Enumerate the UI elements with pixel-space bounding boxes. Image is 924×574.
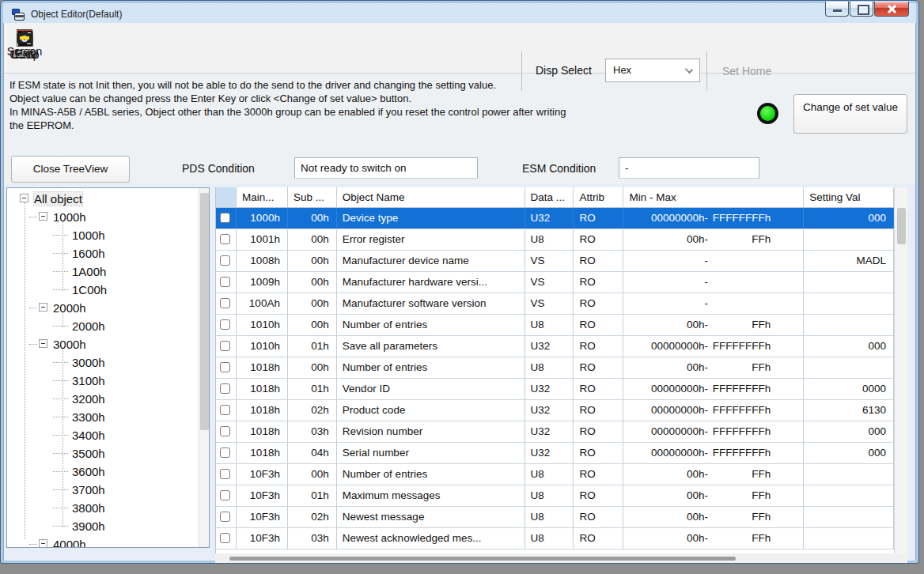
table-hscrollbar-thumb[interactable] <box>229 557 736 561</box>
table-row-manufacturer-software-version[interactable]: 100Ah 00h Manufacturer software version … <box>216 293 894 315</box>
table-row-vendor-id[interactable]: 1018h 01h Vendor ID U32 RO 00000000h- FF… <box>216 379 894 400</box>
tree-item-1000h[interactable]: 1000h <box>7 208 197 226</box>
row-checkbox[interactable] <box>220 341 230 351</box>
tree-item-1000h[interactable]: 1000h <box>7 226 197 244</box>
table-row-newest-message[interactable]: 10F3h 02h Newest message U8 RO 00h- FFh <box>216 507 894 528</box>
table-vertical-scrollbar[interactable] <box>894 187 907 553</box>
title-bar[interactable]: Object Editor(Default) <box>4 3 827 22</box>
cell-setting-value[interactable] <box>804 528 894 549</box>
minimize-button[interactable] <box>825 2 849 17</box>
table-horizontal-scrollbar[interactable] <box>215 553 907 563</box>
cell-setting-value[interactable]: MADL <box>804 251 894 271</box>
row-checkbox[interactable] <box>220 512 230 522</box>
cell-setting-value[interactable]: 000 <box>804 208 894 228</box>
table-row-number-of-entries[interactable]: 10F3h 00h Number of entries U8 RO 00h- F… <box>216 464 894 485</box>
header-attrib[interactable]: Attrib <box>574 187 623 207</box>
table-row-number-of-entries[interactable]: 1010h 00h Number of entries U8 RO 00h- F… <box>216 315 894 336</box>
cell-sub-index: 00h <box>288 293 337 314</box>
row-checkbox[interactable] <box>220 255 230 266</box>
table-row-revision-number[interactable]: 1018h 03h Revision number U32 RO 0000000… <box>216 421 894 443</box>
cell-setting-value[interactable] <box>804 272 894 293</box>
tree-expand-minus-icon[interactable] <box>39 339 47 348</box>
row-checkbox[interactable] <box>220 447 230 458</box>
cell-setting-value[interactable]: 000 <box>804 336 894 357</box>
close-button[interactable] <box>874 2 909 17</box>
tree-vertical-scrollbar[interactable] <box>199 188 209 547</box>
tree-item-3700h[interactable]: 3700h <box>7 481 197 499</box>
min-value: 00h- <box>623 485 708 506</box>
pds-condition-field[interactable] <box>294 157 478 179</box>
header-min-max[interactable]: Min - Max <box>623 187 804 207</box>
tree-item-3000h[interactable]: 3000h <box>7 335 197 353</box>
toolbar-button-screen[interactable]: Screen <box>4 29 45 69</box>
table-row-product-code[interactable]: 1018h 02h Product code U32 RO 00000000h-… <box>216 400 894 421</box>
table-row-newest-acknowledged-mes[interactable]: 10F3h 03h Newest acknowledged mes... U8 … <box>216 528 894 549</box>
cell-setting-value[interactable] <box>804 293 894 314</box>
row-checkbox[interactable] <box>220 469 230 479</box>
cell-data-type: U8 <box>525 315 574 335</box>
row-checkbox[interactable] <box>220 490 230 500</box>
cell-setting-value[interactable] <box>804 485 894 506</box>
tree-item-3500h[interactable]: 3500h <box>7 444 197 463</box>
row-checkbox[interactable] <box>220 277 230 287</box>
header-main-index[interactable]: Main... <box>237 187 288 207</box>
cell-setting-value[interactable] <box>804 464 894 485</box>
row-checkbox[interactable] <box>220 383 230 394</box>
change-of-set-value-button[interactable]: Change of set value <box>793 94 907 134</box>
tree-item-3300h[interactable]: 3300h <box>7 408 197 426</box>
cell-setting-value[interactable]: 000 <box>804 443 894 463</box>
row-checkbox[interactable] <box>220 298 230 308</box>
table-row-number-of-entries[interactable]: 1018h 00h Number of entries U8 RO 00h- F… <box>216 357 894 379</box>
row-checkbox[interactable] <box>220 405 230 415</box>
table-row-error-register[interactable]: 1001h 00h Error register U8 RO 00h- FFh <box>216 229 894 251</box>
tree-item-1a00h[interactable]: 1A00h <box>7 262 197 281</box>
row-checkbox[interactable] <box>220 234 230 244</box>
table-vscrollbar-thumb[interactable] <box>897 208 906 244</box>
cell-setting-value[interactable] <box>804 507 894 527</box>
header-data-type[interactable]: Data ... <box>525 187 574 207</box>
tree-item-3800h[interactable]: 3800h <box>7 499 197 517</box>
cell-setting-value[interactable] <box>804 229 894 250</box>
tree-expand-minus-icon[interactable] <box>39 303 47 312</box>
table-row-manufacturer-device-name[interactable]: 1008h 00h Manufacturer device name VS RO… <box>216 251 894 272</box>
tree-item-3200h[interactable]: 3200h <box>7 390 197 408</box>
table-row-serial-number[interactable]: 1018h 04h Serial number U32 RO 00000000h… <box>216 443 894 464</box>
tree-item-3900h[interactable]: 3900h <box>7 517 197 535</box>
row-checkbox-cell <box>216 229 237 250</box>
row-checkbox-cell <box>216 357 237 378</box>
restore-button[interactable] <box>850 2 873 17</box>
header-sub-index[interactable]: Sub ... <box>288 187 337 207</box>
row-checkbox[interactable] <box>220 426 230 436</box>
tree-item-3000h[interactable]: 3000h <box>7 353 197 372</box>
cell-setting-value[interactable]: 0000 <box>804 379 894 399</box>
esm-condition-field[interactable] <box>619 157 759 179</box>
tree-item-2000h[interactable]: 2000h <box>7 317 197 335</box>
row-checkbox[interactable] <box>220 213 230 223</box>
tree-item-1600h[interactable]: 1600h <box>7 244 197 262</box>
header-setting-value[interactable]: Setting Val <box>804 187 894 207</box>
tree-item-2000h[interactable]: 2000h <box>7 299 197 317</box>
tree-expand-minus-icon[interactable] <box>39 539 47 548</box>
tree-item-3100h[interactable]: 3100h <box>7 372 197 390</box>
table-row-device-type[interactable]: 1000h 00h Device type U32 RO 00000000h- … <box>216 208 894 229</box>
tree-expand-minus-icon[interactable] <box>20 194 28 202</box>
row-checkbox[interactable] <box>220 362 230 372</box>
tree-item-3600h[interactable]: 3600h <box>7 463 197 481</box>
tree-scrollbar-thumb[interactable] <box>200 193 209 430</box>
tree-expand-minus-icon[interactable] <box>39 212 47 221</box>
tree-item-all-object[interactable]: All object <box>7 190 197 208</box>
close-treeview-button[interactable]: Close TreeView <box>11 156 130 183</box>
row-checkbox[interactable] <box>220 533 230 543</box>
cell-setting-value[interactable]: 6130 <box>804 400 894 421</box>
table-row-manufacturer-hardware-versi[interactable]: 1009h 00h Manufacturer hardware versi...… <box>216 272 894 293</box>
cell-setting-value[interactable] <box>804 357 894 378</box>
header-object-name[interactable]: Object Name <box>337 187 525 207</box>
table-row-maximum-messages[interactable]: 10F3h 01h Maximum messages U8 RO 00h- FF… <box>216 485 894 507</box>
table-row-save-all-parameters[interactable]: 1010h 01h Save all parameters U32 RO 000… <box>216 336 894 357</box>
cell-setting-value[interactable]: 000 <box>804 421 894 442</box>
tree-item-1c00h[interactable]: 1C00h <box>7 281 197 299</box>
tree-item-3400h[interactable]: 3400h <box>7 426 197 444</box>
row-checkbox[interactable] <box>220 319 230 330</box>
cell-setting-value[interactable] <box>804 315 894 335</box>
tree-item-4000h[interactable]: 4000h <box>7 535 197 548</box>
